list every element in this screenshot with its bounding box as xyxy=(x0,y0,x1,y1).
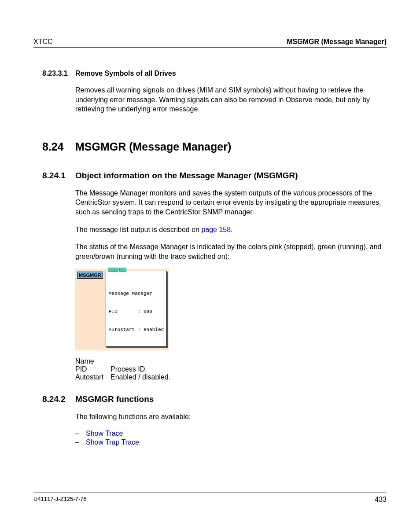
msgmgr-tooltip: Message Manager PID : 690 Autostart : en… xyxy=(106,271,167,347)
function-list: – Show Trace – Show Trap Trace xyxy=(75,430,387,446)
section-8-24-2-intro: The following functions are available: xyxy=(75,412,387,422)
list-item: – Show Trace xyxy=(75,430,387,438)
page-header: XTCC MSGMGR (Message Manager) xyxy=(33,38,387,48)
section-title: Remove Symbols of all Drives xyxy=(75,70,176,77)
text-run: . xyxy=(231,226,232,233)
definition-row: Name xyxy=(75,357,387,365)
section-8-23-3-1-heading: 8.23.3.1Remove Symbols of all Drives xyxy=(33,70,387,77)
footer-page-number: 433 xyxy=(375,496,387,504)
def-term: Autostart xyxy=(75,373,111,381)
section-title: MSGMGR functions xyxy=(75,394,154,404)
section-8-24-1-p3: The status of the Message Manager is ind… xyxy=(75,242,387,261)
status-chips xyxy=(108,268,126,272)
dash-icon: – xyxy=(75,430,86,438)
section-8-24-heading: 8.24MSGMGR (Message Manager) xyxy=(33,140,387,153)
definition-row: Autostart Enabled / disabled. xyxy=(75,373,387,381)
section-8-24-1-p2: The message list output is described on … xyxy=(75,225,387,235)
show-trap-trace-link[interactable]: Show Trap Trace xyxy=(86,438,139,446)
show-trace-link[interactable]: Show Trace xyxy=(86,430,123,438)
def-term: Name xyxy=(75,357,111,365)
page-footer: U41117-J-Z125-7-76 433 xyxy=(33,493,387,504)
status-chip-icon xyxy=(108,268,118,272)
dash-icon: – xyxy=(75,438,86,446)
status-chip-icon xyxy=(119,268,126,272)
section-8-23-3-1-body: Removes all warning signals on drives (M… xyxy=(75,85,387,114)
msgmgr-label-box: MSGMGR xyxy=(77,272,103,279)
section-title: Object information on the Message Manage… xyxy=(75,171,298,180)
tooltip-line: Autostart : enabled xyxy=(109,327,164,333)
section-number: 8.24 xyxy=(42,140,75,153)
page-link[interactable]: page 158 xyxy=(201,226,231,233)
footer-doc-id: U41117-J-Z125-7-76 xyxy=(33,496,87,504)
msgmgr-figure: MSGMGR Message Manager PID : 690 Autosta… xyxy=(75,269,169,350)
definition-row: PID Process ID. xyxy=(75,365,387,373)
tooltip-line: PID : 690 xyxy=(109,309,164,315)
tooltip-line: Message Manager xyxy=(109,291,164,297)
definitions-list: Name PID Process ID. Autostart Enabled /… xyxy=(75,357,387,381)
section-number: 8.24.2 xyxy=(42,394,75,404)
text-run: The message list output is described on xyxy=(75,226,201,233)
list-item: – Show Trap Trace xyxy=(75,438,387,446)
section-8-24-2-heading: 8.24.2MSGMGR functions xyxy=(33,394,387,404)
header-right: MSGMGR (Message Manager) xyxy=(287,38,387,46)
def-desc: Enabled / disabled. xyxy=(111,373,170,381)
section-number: 8.23.3.1 xyxy=(42,70,75,77)
def-desc: Process ID. xyxy=(111,365,147,373)
def-term: PID xyxy=(75,365,111,373)
section-8-24-1-p1: The Message Manager monitors and saves t… xyxy=(75,188,387,217)
section-title: MSGMGR (Message Manager) xyxy=(75,140,231,153)
header-left: XTCC xyxy=(33,38,53,46)
section-number: 8.24.1 xyxy=(42,171,75,180)
section-8-24-1-heading: 8.24.1Object information on the Message … xyxy=(33,171,387,180)
